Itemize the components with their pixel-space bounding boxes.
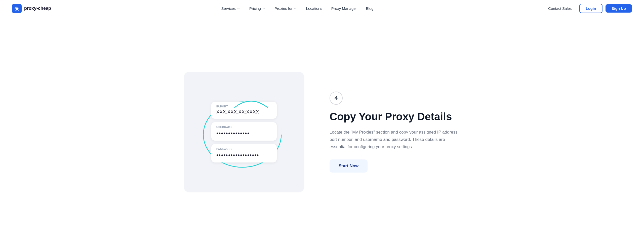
nav-services[interactable]: Services [217,4,245,13]
navbar: proxy-cheap Services Pricing Proxies for… [0,0,644,17]
password-label: PASSWORD [216,148,272,150]
nav-actions: Contact Sales Login Sign Up [544,4,632,13]
illustration-panel: IP:PORT XXX.XXX.XX:XXXX USERNAME •••••••… [184,72,304,192]
logo-icon [12,4,22,13]
start-now-button[interactable]: Start Now [330,159,368,173]
chevron-down-icon [294,7,297,10]
signup-button[interactable]: Sign Up [606,4,632,13]
nav-proxy-manager[interactable]: Proxy Manager [327,4,361,13]
contact-sales-button[interactable]: Contact Sales [544,4,576,13]
login-button[interactable]: Login [579,4,603,13]
nav-proxies-for[interactable]: Proxies for [270,4,301,13]
main-content: IP:PORT XXX.XXX.XX:XXXX USERNAME •••••••… [0,17,644,247]
ip-port-value: XXX.XXX.XX:XXXX [216,109,272,115]
username-label: USERNAME [216,126,272,129]
username-field: USERNAME •••••••••••••• [211,122,277,141]
password-field: PASSWORD •••••••••••••••••• [211,144,277,162]
password-value: •••••••••••••••••• [216,152,272,158]
chevron-down-icon [237,7,240,10]
step-content: 4 Copy Your Proxy Details Locate the "My… [330,92,460,173]
username-value: •••••••••••••• [216,130,272,137]
step-title: Copy Your Proxy Details [330,111,460,123]
nav-links: Services Pricing Proxies for Locations P… [217,4,378,13]
nav-locations[interactable]: Locations [302,4,326,13]
brand-name: proxy-cheap [24,6,51,11]
step-badge: 4 [330,92,343,105]
teal-top-arc [233,95,269,109]
proxy-fields: IP:PORT XXX.XXX.XX:XXXX USERNAME •••••••… [211,102,277,163]
step-description: Locate the "My Proxies" section and copy… [330,129,460,151]
nav-blog[interactable]: Blog [362,4,378,13]
logo-link[interactable]: proxy-cheap [12,4,51,13]
chevron-down-icon [262,7,265,10]
nav-pricing[interactable]: Pricing [245,4,269,13]
